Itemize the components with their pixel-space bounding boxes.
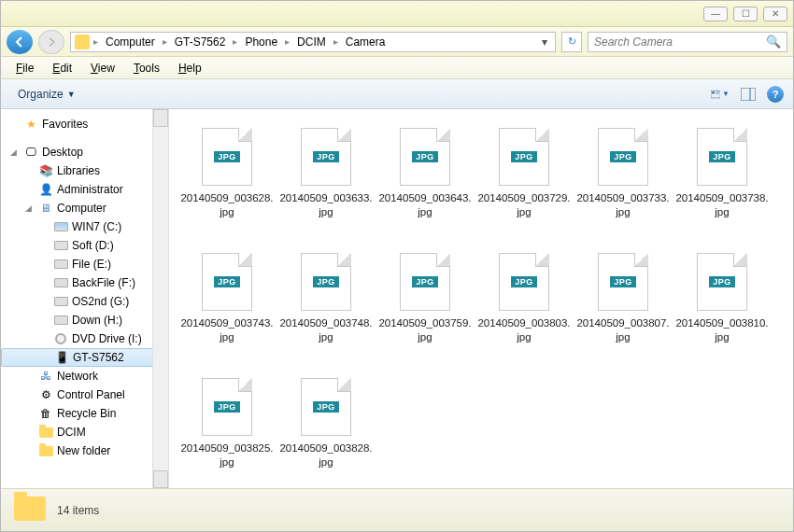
file-type-badge: JPG	[412, 151, 438, 162]
tree-item[interactable]: Soft (D:)	[1, 236, 168, 255]
address-dropdown[interactable]: ▾	[538, 35, 551, 49]
jpg-file-icon: JPG	[499, 253, 549, 311]
maximize-button[interactable]: ☐	[733, 7, 758, 21]
file-name: 20140509_003628.jpg	[178, 191, 276, 219]
menu-help[interactable]: Help	[171, 59, 209, 77]
search-input[interactable]	[594, 35, 766, 49]
file-item[interactable]: JPG20140509_003643.jpg	[376, 122, 474, 240]
breadcrumb-item[interactable]: Computer	[102, 34, 159, 50]
tree-label: Soft (D:)	[72, 239, 114, 252]
organize-button[interactable]: Organize ▼	[10, 84, 83, 105]
tree-item[interactable]: New folder	[1, 441, 168, 460]
file-item[interactable]: JPG20140509_003810.jpg	[673, 247, 771, 365]
file-item[interactable]: JPG20140509_003759.jpg	[376, 247, 474, 365]
file-name: 20140509_003643.jpg	[376, 191, 474, 219]
drive-icon	[53, 258, 68, 271]
menu-view[interactable]: View	[83, 59, 122, 77]
file-name: 20140509_003738.jpg	[673, 191, 771, 219]
tree-label: Desktop	[42, 146, 83, 159]
network-icon: 🖧	[38, 370, 53, 383]
jpg-file-icon: JPG	[202, 253, 252, 311]
tree-item[interactable]: ⚙Control Panel	[1, 385, 168, 404]
breadcrumb-item[interactable]: Camera	[342, 34, 390, 50]
file-name: 20140509_003743.jpg	[178, 316, 276, 344]
file-item[interactable]: JPG20140509_003828.jpg	[277, 372, 375, 488]
jpg-file-icon: JPG	[301, 253, 351, 311]
search-icon[interactable]: 🔍	[766, 35, 781, 49]
tree-item[interactable]: BackFile (F:)	[1, 273, 168, 292]
menu-file[interactable]: File	[8, 59, 41, 77]
file-type-badge: JPG	[313, 401, 339, 413]
file-name: 20140509_003825.jpg	[178, 441, 276, 469]
help-button[interactable]: ?	[767, 86, 784, 103]
file-name: 20140509_003759.jpg	[376, 316, 474, 344]
collapse-icon[interactable]: ◢	[10, 147, 20, 157]
file-type-badge: JPG	[610, 151, 636, 162]
file-name: 20140509_003828.jpg	[277, 441, 375, 469]
jpg-file-icon: JPG	[499, 128, 549, 186]
close-button[interactable]: ✕	[763, 7, 787, 21]
file-type-badge: JPG	[709, 276, 735, 287]
back-button[interactable]	[7, 30, 33, 54]
organize-label: Organize	[18, 88, 64, 101]
menu-edit[interactable]: Edit	[45, 59, 79, 77]
file-item[interactable]: JPG20140509_003807.jpg	[574, 247, 672, 365]
disc-icon	[53, 332, 68, 345]
file-type-badge: JPG	[709, 151, 735, 162]
file-item[interactable]: JPG20140509_003633.jpg	[277, 122, 375, 240]
star-icon: ★	[23, 118, 38, 131]
tree-item[interactable]: ◢🖥Computer	[1, 199, 168, 217]
tree-label: Administrator	[57, 183, 123, 196]
address-bar[interactable]: ▸ Computer ▸ GT-S7562 ▸ Phone ▸ DCIM ▸ C…	[70, 32, 556, 52]
tree-label: Network	[57, 370, 98, 383]
tree-item[interactable]: 👤Administrator	[1, 180, 168, 199]
file-name: 20140509_003803.jpg	[475, 316, 573, 344]
file-item[interactable]: JPG20140509_003748.jpg	[277, 247, 375, 365]
tree-label: Favorites	[42, 118, 88, 131]
file-item[interactable]: JPG20140509_003729.jpg	[475, 122, 573, 240]
navigation-pane[interactable]: ★ Favorites ◢ 🖵 Desktop 📚Libraries👤Admin…	[1, 109, 169, 488]
expand-icon[interactable]: ◢	[25, 203, 35, 213]
preview-pane-button[interactable]	[739, 86, 758, 103]
file-name: 20140509_003807.jpg	[574, 316, 672, 344]
file-item[interactable]: JPG20140509_003733.jpg	[574, 122, 672, 240]
file-item[interactable]: JPG20140509_003628.jpg	[178, 122, 276, 240]
file-item[interactable]: JPG20140509_003738.jpg	[673, 122, 771, 240]
tree-item[interactable]: 🗑Recycle Bin	[1, 404, 168, 423]
minimize-button[interactable]: —	[703, 7, 728, 21]
chevron-right-icon: ▸	[283, 36, 291, 47]
view-options-button[interactable]: ▼	[711, 86, 730, 103]
tree-label: BackFile (F:)	[72, 276, 135, 289]
file-item[interactable]: JPG20140509_003825.jpg	[178, 372, 276, 488]
search-box[interactable]: 🔍	[588, 32, 787, 52]
scrollbar[interactable]	[152, 109, 168, 488]
recycle-bin-icon: 🗑	[38, 407, 53, 420]
tree-item[interactable]: DCIM	[1, 423, 168, 441]
menu-tools[interactable]: Tools	[126, 59, 167, 77]
refresh-button[interactable]: ↻	[561, 32, 582, 52]
forward-button[interactable]	[38, 30, 64, 54]
file-type-badge: JPG	[214, 401, 240, 413]
file-name: 20140509_003633.jpg	[277, 191, 375, 219]
desktop-group[interactable]: ◢ 🖵 Desktop	[1, 143, 168, 161]
tree-item[interactable]: Down (H:)	[1, 311, 168, 329]
file-name: 20140509_003733.jpg	[574, 191, 672, 219]
breadcrumb-item[interactable]: DCIM	[293, 34, 330, 50]
jpg-file-icon: JPG	[301, 378, 351, 436]
file-item[interactable]: JPG20140509_003803.jpg	[475, 247, 573, 365]
tree-item[interactable]: File (E:)	[1, 255, 168, 273]
tree-item[interactable]: DVD Drive (I:)	[1, 329, 168, 348]
tree-item[interactable]: 🖧Network	[1, 367, 168, 385]
file-item[interactable]: JPG20140509_003743.jpg	[178, 247, 276, 365]
tree-item[interactable]: 📚Libraries	[1, 161, 168, 180]
file-list-pane[interactable]: JPG20140509_003628.jpgJPG20140509_003633…	[169, 109, 793, 488]
command-bar: Organize ▼ ▼ ?	[1, 79, 793, 109]
favorites-group[interactable]: ★ Favorites	[1, 115, 168, 133]
tree-item[interactable]: 📱GT-S7562	[1, 348, 168, 367]
tree-item[interactable]: OS2nd (G:)	[1, 292, 168, 311]
svg-rect-3	[716, 92, 719, 93]
breadcrumb-item[interactable]: GT-S7562	[171, 34, 230, 50]
menu-bar: File Edit View Tools Help	[1, 57, 793, 79]
breadcrumb-item[interactable]: Phone	[241, 34, 281, 50]
tree-item[interactable]: WIN7 (C:)	[1, 217, 168, 236]
